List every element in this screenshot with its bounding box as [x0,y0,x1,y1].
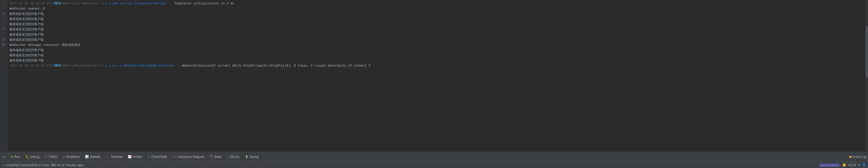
log-thread-id-13: 80665 [62,63,71,68]
log-line-6: 服务端发送消息到客户端 [9,27,863,32]
log-line-9: WebSocket message received: 我的消息测试 [9,42,863,48]
gutter-icon-list[interactable]: ≣ [2,11,6,15]
status-icon-settings[interactable]: ⚙ [858,163,860,167]
tab-terminal[interactable]: ⬛ Terminal [103,152,125,162]
tab-statistic[interactable]: 📊 Statistic [83,152,103,162]
gutter-icon-down1[interactable]: ↓ [2,6,6,10]
log-content: 2023-01-30 16:30:42.579 INFO 80665 [nio-… [7,0,865,152]
un-label: un [2,155,7,159]
checkstyle-label: CheckStyle [151,155,167,159]
time-display: 43:34 [848,163,856,167]
sequence-diagram-label: Sequence Diagram [178,155,205,159]
event-log-button[interactable]: Event Log [848,152,868,162]
gutter-icon-up2[interactable]: ↑ [2,16,6,21]
log-level-1: INFO [54,1,61,6]
tab-sequence-diagram[interactable]: ⟶ Sequence Diagram [170,152,207,162]
gutter-icon-trash[interactable]: 🗑 [2,42,6,47]
log-thread-1: [nio-8080-exec-1] [72,1,104,6]
gutter-icon-wrap[interactable]: ⊡ [2,27,6,31]
tab-un[interactable]: un [0,152,8,162]
event-log-label: Event Log [852,155,866,159]
run-icon: ▶ [11,155,13,159]
log-msg-1: Completed initialization in 3 ms [174,1,234,6]
spring-icon: 🍃 [245,155,249,159]
build-icon: 🔨 [210,155,214,159]
run-label: Run [14,155,20,159]
log-level-13: INFO [54,63,61,68]
tab-gitlive[interactable]: ⑂ GitLive [224,152,242,162]
profiler-icon: 📈 [128,155,131,159]
problems-icon: ⚠ [63,155,65,159]
gutter-icon-print[interactable]: ⎙ [2,37,6,41]
log-msg-9: WebSocket message received: 我的消息测试 [9,42,81,48]
todo-label: TODO [49,155,57,159]
log-msg-12: 服务端发送消息到客户端 [9,58,43,63]
console-area: ↑ ↓ ≣ ↑ ↓ ⊡ ⋮ ⎙ 🗑 2023-01-30 16:30:42.57… [0,0,868,152]
tab-run[interactable]: ▶ Run [8,152,23,162]
gitlive-icon: ⑂ [227,155,228,159]
gutter-icon-more[interactable]: ⋮ [2,32,6,36]
log-timestamp-13: 2023-01-30 16:31:31.676 [9,63,53,68]
terminal-label: Terminal [111,155,122,159]
log-line-1: 2023-01-30 16:30:42.579 INFO 80665 [nio-… [9,1,863,6]
status-bar: ✓ completed successfully in 2 sec, 980 m… [0,162,868,168]
log-msg-8: 服务端发送消息到客户端 [9,37,43,42]
log-msg-2: WebSocket opened: 0 [9,6,45,11]
status-icon-user[interactable]: 👤 [862,163,866,167]
statistic-label: Statistic [90,155,101,159]
gutter-icon-down2[interactable]: ↓ [2,22,6,26]
gitlive-label: GitLive [229,155,239,159]
log-msg-3: 服务端发送消息到客户端 [9,11,43,16]
log-line-4: 服务端发送消息到客户端 [9,16,863,22]
debug-label: Debug [30,155,39,159]
log-class-1[interactable]: o.s.web.servlet.DispatcherServlet [105,1,167,6]
scrollbar[interactable] [865,0,868,152]
log-line-10: 服务端发送消息到客户端 [9,48,863,53]
statistic-icon: 📊 [85,155,89,159]
status-right: tabnine Starter 🔔 43:34 ⚙ 👤 [819,163,866,167]
debug-icon: 🐛 [25,155,29,159]
terminal-icon: ⬛ [106,155,110,159]
log-line-12: 服务端发送消息到客户端 [9,58,863,63]
status-icon-bell[interactable]: 🔔 [842,163,846,167]
status-message: ✓ completed successfully in 2 sec, 980 m… [2,163,84,167]
tab-checkstyle[interactable]: ✓ CheckStyle [145,152,170,162]
log-line-5: 服务端发送消息到客户端 [9,22,863,27]
log-line-8: 服务端发送消息到客户端 [9,37,863,42]
log-class-13[interactable]: o.s.w.s.c.WebSocketMessageBrokerStats [105,63,174,68]
tab-build[interactable]: 🔨 Build [207,152,224,162]
log-line-2: WebSocket opened: 0 [9,6,863,11]
checkstyle-icon: ✓ [148,155,150,159]
scrollbar-thumb[interactable] [866,26,868,78]
log-line-11: 服务端发送消息到客户端 [9,53,863,58]
event-log-dot [849,156,851,158]
log-line-7: 服务端发送消息到客户端 [9,32,863,37]
log-sep-1: : [168,1,174,6]
log-msg-6: 服务端发送消息到客户端 [9,27,43,32]
gutter-icon-up1[interactable]: ↑ [2,1,6,5]
log-msg-11: 服务端发送消息到客户端 [9,53,43,58]
log-line-3: 服务端发送消息到客户端 [9,11,863,16]
todo-icon: ☰ [45,155,48,159]
sequence-diagram-icon: ⟶ [173,155,177,159]
log-thread-id-1: 80665 [62,1,71,6]
tab-debug[interactable]: 🐛 Debug [23,152,42,162]
tabnine-badge[interactable]: tabnine Starter [819,163,840,167]
log-msg-7: 服务端发送消息到客户端 [9,32,43,37]
log-msg-13: WebSocketSession[0 current WS(0)-HttpStr… [182,63,370,68]
left-gutter: ↑ ↓ ≣ ↑ ↓ ⊡ ⋮ ⎙ 🗑 [0,0,7,152]
bottom-toolbar: un ▶ Run 🐛 Debug ☰ TODO ⚠ Problems 📊 Sta… [0,152,868,162]
log-timestamp-1: 2023-01-30 16:30:42.579 [9,1,53,6]
tab-todo[interactable]: ☰ TODO [42,152,60,162]
problems-label: Problems [66,155,80,159]
spring-label: Spring [250,155,259,159]
log-sep-13: : [175,63,181,68]
tab-problems[interactable]: ⚠ Problems [60,152,83,162]
log-msg-10: 服务端发送消息到客户端 [9,48,43,53]
tab-profiler[interactable]: 📈 Profiler [125,152,145,162]
log-msg-4: 服务端发送消息到客户端 [9,16,43,22]
log-msg-5: 服务端发送消息到客户端 [9,22,43,27]
log-thread-13: [MessageBroker-1] [72,63,104,68]
tab-spring[interactable]: 🍃 Spring [242,152,261,162]
log-line-13: 2023-01-30 16:31:31.676 INFO 80665 [Mess… [9,63,863,68]
